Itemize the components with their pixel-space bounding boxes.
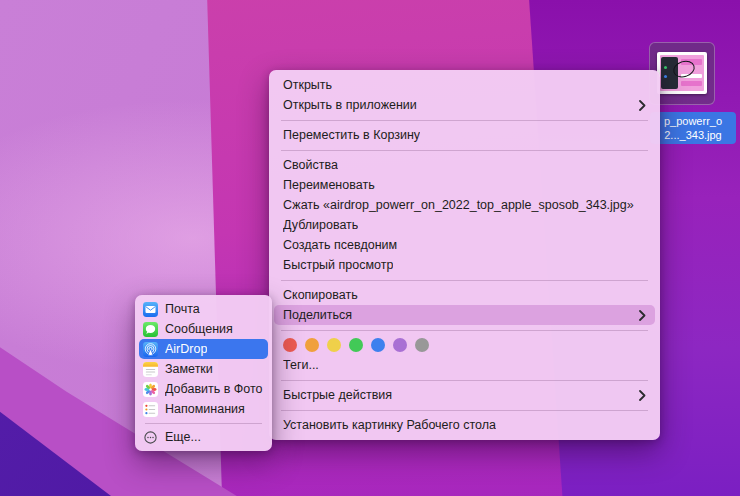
submenu-item-label: Еще... (165, 430, 201, 444)
submenu-item-more[interactable]: Еще... (135, 427, 272, 447)
tag-red[interactable] (283, 338, 297, 352)
menu-item-label: Теги... (283, 358, 319, 372)
reminders-app-icon (143, 402, 158, 417)
menu-separator (145, 423, 262, 424)
menu-separator (281, 280, 648, 281)
menu-separator (281, 410, 648, 411)
submenu-item-airdrop[interactable]: AirDrop (139, 339, 268, 359)
tag-yellow[interactable] (327, 338, 341, 352)
submenu-item-label: Заметки (165, 362, 213, 376)
menu-item-make-alias[interactable]: Создать псевдоним (269, 235, 660, 255)
menu-item-quick-actions[interactable]: Быстрые действия (269, 385, 660, 405)
submenu-item-add-to-photos[interactable]: Добавить в Фото (135, 379, 272, 399)
thumbnail-dot (664, 75, 667, 78)
menu-separator (281, 120, 648, 121)
menu-item-label: Открыть (283, 78, 332, 92)
messages-app-icon (143, 322, 158, 337)
notes-app-icon (143, 362, 158, 377)
menu-item-rename[interactable]: Переименовать (269, 175, 660, 195)
mail-app-icon (143, 302, 158, 317)
submenu-item-label: AirDrop (165, 342, 207, 356)
menu-item-label: Свойства (283, 158, 338, 172)
menu-item-label: Скопировать (283, 288, 358, 302)
menu-item-label: Сжать «airdrop_powerr_on_2022_top_apple_… (283, 198, 634, 212)
tag-orange[interactable] (305, 338, 319, 352)
photos-app-icon (143, 382, 158, 397)
chevron-right-icon (639, 310, 646, 321)
file-name-label[interactable]: p_powerr_o 2..._343.jpg (650, 112, 736, 144)
menu-item-move-to-trash[interactable]: Переместить в Корзину (269, 125, 660, 145)
tag-color-row (269, 335, 660, 355)
context-menu: Открыть Открыть в приложении Переместить… (269, 70, 660, 440)
submenu-item-notes[interactable]: Заметки (135, 359, 272, 379)
share-submenu: Почта Сообщения AirDrop (135, 295, 272, 451)
menu-item-label: Установить картинку Рабочего стола (283, 418, 496, 432)
chevron-right-icon (639, 390, 646, 401)
tag-blue[interactable] (371, 338, 385, 352)
file-thumbnail-image (660, 55, 704, 91)
menu-item-set-desktop-picture[interactable]: Установить картинку Рабочего стола (269, 415, 660, 435)
tag-purple[interactable] (393, 338, 407, 352)
menu-item-duplicate[interactable]: Дублировать (269, 215, 660, 235)
file-name-line1: p_powerr_o (652, 114, 734, 128)
menu-item-copy[interactable]: Скопировать (269, 285, 660, 305)
menu-separator (281, 330, 648, 331)
menu-separator (281, 150, 648, 151)
submenu-item-messages[interactable]: Сообщения (135, 319, 272, 339)
thumbnail-dot (664, 66, 667, 69)
menu-item-open-with[interactable]: Открыть в приложении (269, 95, 660, 115)
more-icon (143, 430, 158, 445)
menu-item-label: Создать псевдоним (283, 238, 397, 252)
chevron-right-icon (639, 100, 646, 111)
file-name-line2: 2..._343.jpg (652, 128, 734, 142)
submenu-item-label: Добавить в Фото (165, 382, 263, 396)
submenu-item-mail[interactable]: Почта (135, 299, 272, 319)
submenu-item-reminders[interactable]: Напоминания (135, 399, 272, 419)
menu-item-quick-look[interactable]: Быстрый просмотр (269, 255, 660, 275)
menu-item-label: Быстрый просмотр (283, 258, 393, 272)
menu-item-share[interactable]: Поделиться (274, 305, 655, 325)
thumbnail-bar (681, 81, 702, 86)
submenu-item-label: Сообщения (165, 322, 233, 336)
tag-green[interactable] (349, 338, 363, 352)
menu-item-label: Быстрые действия (283, 388, 392, 402)
submenu-item-label: Почта (165, 302, 200, 316)
menu-item-label: Переименовать (283, 178, 375, 192)
menu-separator (281, 380, 648, 381)
menu-item-label: Открыть в приложении (283, 98, 417, 112)
menu-item-compress[interactable]: Сжать «airdrop_powerr_on_2022_top_apple_… (269, 195, 660, 215)
tag-gray[interactable] (415, 338, 429, 352)
menu-item-get-info[interactable]: Свойства (269, 155, 660, 175)
menu-item-label: Дублировать (283, 218, 358, 232)
file-thumbnail[interactable] (657, 52, 707, 94)
menu-item-label: Поделиться (283, 308, 352, 322)
menu-item-open[interactable]: Открыть (269, 75, 660, 95)
submenu-item-label: Напоминания (165, 402, 245, 416)
menu-item-tags[interactable]: Теги... (269, 355, 660, 375)
menu-item-label: Переместить в Корзину (283, 128, 420, 142)
airdrop-app-icon (143, 342, 158, 357)
